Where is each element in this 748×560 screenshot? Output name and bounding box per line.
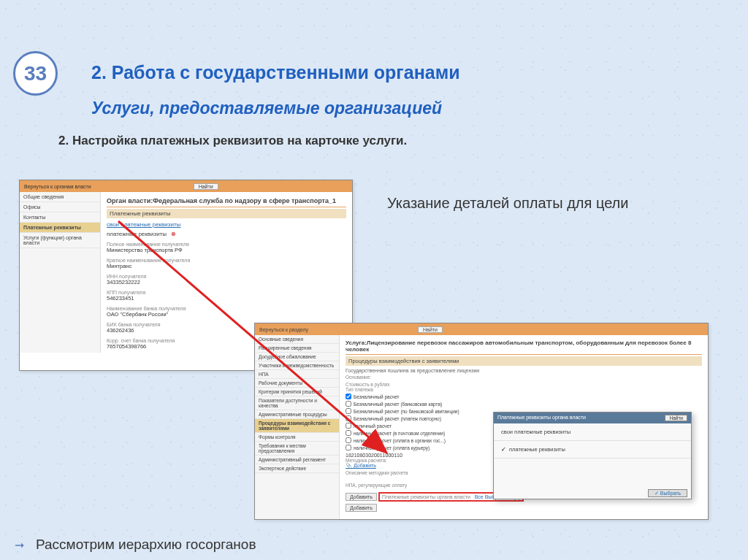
- requisites-link[interactable]: свои платежные реквизиты: [107, 221, 346, 228]
- field-value: 34335232222: [107, 279, 346, 285]
- cost-label: Стоимость в рублях: [346, 382, 702, 387]
- dialog-search-button[interactable]: Найти: [665, 415, 687, 421]
- section-subheading: Услуги, предоставляемые организацией: [91, 99, 442, 118]
- annotation-text: Указание деталей оплаты для цели: [387, 195, 628, 212]
- dialog-header: Платежные реквизиты органа власти Найти: [494, 413, 691, 423]
- field-value: Минтранс: [107, 263, 346, 269]
- sidebar-item[interactable]: Досудебное обжалование: [255, 353, 339, 361]
- toolbar: Вернуться к разделу Найти: [255, 323, 708, 335]
- delete-icon[interactable]: ⊗: [171, 231, 176, 237]
- checkbox[interactable]: [346, 445, 351, 450]
- sidebar-item[interactable]: НПА: [255, 370, 339, 379]
- field-label: Краткое наименование получателя: [107, 258, 346, 263]
- checkbox[interactable]: [346, 415, 351, 421]
- type-label: Тип платежа: [346, 387, 702, 392]
- check-label: наличный расчет: [354, 423, 392, 429]
- check-label: наличный расчет (оплата курьеру): [354, 445, 430, 450]
- dialog-row-checked[interactable]: платежные реквизиты: [494, 441, 691, 459]
- field-label: Наименование банка получателя: [107, 306, 346, 311]
- link-label: Добавить: [354, 463, 376, 468]
- add-button[interactable]: Добавить: [346, 493, 377, 501]
- sidebar-item[interactable]: Административные процедуры: [255, 410, 339, 419]
- back-link[interactable]: Вернуться к разделу: [259, 327, 308, 332]
- check-label: наличный расчет (оплата в органах гос...…: [354, 438, 446, 443]
- sidebar-item-selected[interactable]: Платежные реквизиты: [20, 223, 100, 233]
- row-label: Основание:: [346, 375, 702, 380]
- add-button-highlighted[interactable]: Добавить: [346, 504, 377, 512]
- field-value: ОАО "Сбербанк России": [107, 311, 346, 318]
- sidebar-item[interactable]: Критерии принятия решений: [255, 388, 339, 396]
- checkbox[interactable]: [346, 437, 351, 443]
- sidebar-item[interactable]: Показатели доступности и качества: [255, 396, 339, 410]
- field-label: КПП получателя: [107, 290, 346, 295]
- sidebar: Общие сведения Офисы Контакты Платежные …: [20, 192, 101, 353]
- checkbox[interactable]: [346, 408, 351, 414]
- toolbar: Вернуться к органам власти Найти: [20, 180, 352, 192]
- page-title: Услуга:Лицензирование перевозок пассажир…: [346, 338, 702, 355]
- sidebar-item-selected[interactable]: Процедуры взаимодействия с заявителями: [255, 419, 339, 433]
- checkbox[interactable]: [346, 423, 351, 429]
- chip-label: платежные реквизиты: [107, 231, 167, 237]
- bullet-text: Рассмотрим иерархию госорганов: [15, 537, 256, 553]
- field-label: Полное наименование получателя: [107, 242, 346, 247]
- checkbox[interactable]: [346, 430, 351, 436]
- search-button[interactable]: Найти: [194, 183, 218, 190]
- search-button[interactable]: Найти: [418, 326, 443, 333]
- check-label: Безналичный расчет (банковская карта): [354, 402, 442, 407]
- sidebar-item[interactable]: Экспертное действие: [255, 464, 339, 473]
- sidebar-item[interactable]: Офисы: [20, 202, 100, 212]
- sidebar-item[interactable]: Общие сведения: [20, 192, 100, 202]
- sidebar-item[interactable]: Услуги (функции) органа власти: [20, 233, 100, 248]
- sidebar-item[interactable]: Рабочие документы: [255, 379, 339, 388]
- back-link[interactable]: Вернуться к органам власти: [24, 184, 91, 189]
- requisites-dialog: Платежные реквизиты органа власти Найти …: [493, 412, 692, 499]
- screenshot-service-card: Вернуться к разделу Найти Основные сведе…: [254, 323, 709, 520]
- section-title: Процедуры взаимодействия с заявителями: [346, 356, 702, 366]
- sidebar-item[interactable]: Расширенные сведения: [255, 344, 339, 353]
- check-label: Безналичный расчет (платеж повторно): [354, 416, 441, 421]
- step-heading: 2. Настройка платежных реквизитов на кар…: [58, 134, 407, 148]
- check-label: Безналичный расчет (по банковской квитан…: [354, 409, 459, 414]
- slide-number-badge: 33: [13, 51, 58, 96]
- hl-label: Платежные реквизиты органа власти: [382, 494, 470, 499]
- checkbox[interactable]: [346, 394, 351, 399]
- sidebar: Основные сведения Расширенные сведения Д…: [255, 335, 340, 519]
- dialog-title: Платежные реквизиты органа власти: [497, 415, 586, 421]
- checkbox[interactable]: [346, 401, 351, 407]
- dialog-row[interactable]: свои платежные реквизиты: [494, 423, 691, 441]
- sidebar-item[interactable]: Основные сведения: [255, 335, 339, 344]
- check-label: наличный расчет (в почтовом отделении): [354, 431, 445, 436]
- field-value: 546233451: [107, 295, 346, 302]
- requisites-chip[interactable]: платежные реквизиты ⊗: [107, 231, 346, 237]
- row-text: Государственная пошлина за предоставлени…: [346, 368, 702, 373]
- sidebar-item[interactable]: Требования к местам предоставления: [255, 442, 339, 456]
- ok-label: Выбрать: [660, 491, 681, 496]
- section-heading: 2. Работа с государственными органами: [91, 62, 460, 83]
- field-value: Министерство транспорта РФ: [107, 247, 346, 253]
- sidebar-item[interactable]: Административный регламент: [255, 456, 339, 464]
- sidebar-item[interactable]: Контакты: [20, 212, 100, 223]
- page-title: Орган власти:Федеральная служба по надзо…: [107, 195, 346, 207]
- sidebar-item[interactable]: Формы контроля: [255, 433, 339, 442]
- section-title: Платежные реквизиты: [107, 209, 346, 218]
- sidebar-item[interactable]: Участники и межведомственность: [255, 361, 339, 370]
- dialog-ok-button[interactable]: ✓ Выбрать: [648, 489, 687, 497]
- main-panel: Услуга:Лицензирование перевозок пассажир…: [340, 335, 708, 519]
- check-label: Безналичный расчет: [354, 394, 400, 399]
- field-label: ИНН получателя: [107, 274, 346, 279]
